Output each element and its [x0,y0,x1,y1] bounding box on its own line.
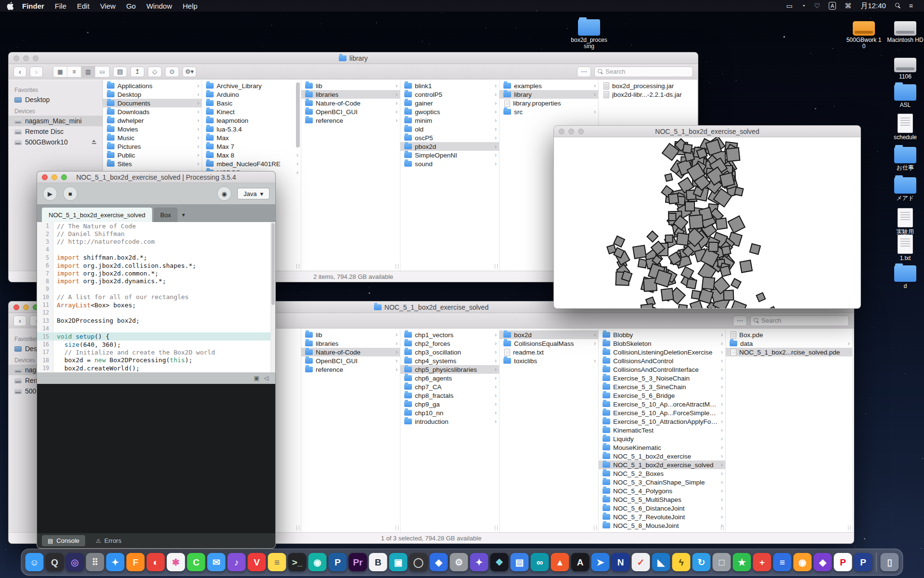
code-line-18[interactable]: 18 box2d = new Box2DProcessing(this); [37,356,275,364]
dock-icon-dark-a-app[interactable]: A [571,553,590,571]
file-row-chp7-ca[interactable]: chp7_CA› [400,382,499,391]
dock-icon-white-b-app[interactable]: B [369,553,387,571]
menu-item-help[interactable]: Help [178,2,203,10]
code-line-13[interactable]: 13Box2DProcessing box2d; [37,317,275,325]
dock-icon-red-v-app[interactable]: V [248,553,266,571]
mode-selector[interactable]: Java ▾ [237,188,270,199]
dock-icon-green-chat-app[interactable]: C [187,553,205,571]
file-row-basic[interactable]: Basic› [202,99,301,107]
dock-icon-blue-arrow-app[interactable]: ➤ [591,553,610,571]
close-button[interactable] [559,129,565,134]
dock-icon-notes[interactable]: ≡ [268,553,286,571]
dock-icon-dark-disc-app[interactable]: ◯ [410,553,428,571]
file-row-libraries[interactable]: libraries› [301,339,400,348]
group-button[interactable]: ▤ [113,66,127,77]
file-row-leapmotion[interactable]: leapmotion› [202,116,301,125]
dock-icon-processing[interactable]: P [329,553,347,571]
desktop-icon-schedule[interactable]: schedule [886,114,924,141]
file-row-collisionsandcontrolinterface[interactable]: CollisionsAndControlInterface› [599,365,725,374]
code-line-10[interactable]: 10// A list for all of our rectangles [37,293,275,301]
more-button[interactable]: ⋯ [577,66,591,77]
dock-icon-orange-dot-app[interactable]: ◉ [794,553,812,571]
file-row-chp1-vectors[interactable]: chp1_vectors› [400,330,499,339]
list-view-button[interactable]: ≡ [67,66,81,77]
file-row-documents[interactable]: Documents› [103,99,202,107]
file-row-box-pde[interactable]: Box.pde [726,330,852,339]
menu-item-finder[interactable]: Finder [17,2,50,10]
input-source-icon[interactable]: A [829,2,836,10]
file-row-box2d-processing-jar[interactable]: box2d_processing.jar [599,81,697,90]
file-row-chp3-oscillation[interactable]: chp3_oscillation› [400,348,499,356]
finder1-titlebar[interactable]: library [9,53,698,64]
file-row-kinematictest[interactable]: KinematicTest› [599,426,725,434]
code-line-4[interactable]: 4 [37,246,275,253]
file-row-exercise-5-10-attractionapplyforce[interactable]: Exercise_5_10_AttractionApplyForce› [599,417,725,426]
file-row-chp10-nn[interactable]: chp10_nn› [400,408,499,417]
file-row-jbox2d-libr-2-2-1-ds-jar[interactable]: jbox2d-libr...-2.2.1-ds.jar [599,90,697,99]
close-button[interactable] [42,174,48,180]
sidebar-item-nagasm-mac-mini[interactable]: nagasm_Mac_mini [9,116,103,126]
file-row-nature-of-code[interactable]: Nature-of-Code› [301,99,400,107]
file-row-downloads[interactable]: Downloads› [103,107,202,116]
sidebar-item-500gbwork10[interactable]: 500GBwork10 [9,137,103,147]
file-row-simpleopenni[interactable]: SimpleOpenNI› [400,151,499,159]
menu-item-go[interactable]: Go [121,2,141,10]
dock-icon-dark-q-app[interactable]: Q [46,553,64,571]
file-row-kinect[interactable]: Kinect› [202,107,301,116]
icon-view-button[interactable]: ▦ [53,66,67,77]
dock-icon-siri[interactable]: ◎ [66,553,84,571]
dock-icon-arduino[interactable]: ∞ [531,553,549,571]
dock-icon-system-preferences[interactable]: ⚙ [450,553,468,571]
desktop-icon-1106[interactable]: 1106 [886,56,924,80]
dock-icon-max8[interactable]: ❖ [490,553,509,571]
menu-item-file[interactable]: File [50,2,72,10]
dock-icon-vscode[interactable]: ◣ [652,553,670,571]
column-view-button[interactable]: ▥ [81,66,95,77]
file-row-reference[interactable]: reference› [301,116,400,125]
code-line-19[interactable]: 19 box2d.createWorld(); [37,364,275,372]
stop-button[interactable]: ■ [63,186,77,201]
file-row-max[interactable]: Max› [202,133,301,142]
file-row-noc-5-2-boxes[interactable]: NOC_5_2_Boxes› [599,469,725,478]
file-row-pbox2d[interactable]: pbox2d› [400,142,499,151]
sketch-titlebar[interactable]: NOC_5_1_box2d_exercise_solved [554,126,860,137]
code-line-11[interactable]: 11ArrayList<Box> boxes; [37,301,275,309]
command-icon[interactable]: ⌘ [840,2,856,10]
apple-menu[interactable] [7,2,14,10]
minimize-button[interactable] [23,55,29,61]
menubar-clock[interactable]: 月12:40 [856,1,891,11]
menu-item-view[interactable]: View [95,2,121,10]
tab-main-sketch[interactable]: NOC_5_1_box2d_exercise_solved [42,208,152,222]
file-row-sound[interactable]: sound› [400,159,499,168]
dock-icon-firefox[interactable]: F [127,553,145,571]
dock-icon-photos[interactable]: ✱ [167,553,185,571]
dock-icon-blue-doc-app[interactable]: ▤ [511,553,529,571]
code-line-12[interactable]: 12 [37,309,275,316]
code-line-15[interactable]: 15void setup() { [37,332,275,340]
share-button[interactable]: ↥ [130,66,144,77]
desktop-icon-d[interactable]: d [886,265,924,289]
code-line-17[interactable]: 17 // Initialize and create the Box2D wo… [37,348,275,356]
file-row-pictures[interactable]: Pictures› [103,142,202,151]
file-row-minim[interactable]: minim› [400,116,499,125]
desktop-icon-item[interactable]: メアド [886,177,924,201]
search-field[interactable]: Search [594,66,693,77]
file-row-gwoptics[interactable]: gwoptics› [400,107,499,116]
zoom-button[interactable] [578,129,584,134]
file-row-applications[interactable]: Applications› [103,81,202,90]
dock-icon-teal-circle-app[interactable]: ◉ [308,553,327,571]
file-row-src[interactable]: src› [500,107,598,116]
back-button[interactable]: ‹ [13,315,26,326]
dock-icon-yellow-bolt-app[interactable]: ϟ [672,553,691,571]
file-row-lua-5-3-4[interactable]: lua-5.3.4› [202,125,301,133]
dock-icon-purple-star-app[interactable]: ✦ [470,553,488,571]
code-line-9[interactable]: 9 [37,285,275,293]
column-scrollbar[interactable] [296,82,300,147]
file-row-old[interactable]: old› [400,125,499,133]
processing-titlebar[interactable]: NOC_5_1_box2d_exercise_solved | Processi… [37,171,275,183]
forward-button[interactable]: › [30,66,43,77]
dock-icon-red-plus-app[interactable]: + [753,553,771,571]
dock-icon-orange-triangle-app[interactable]: ▲ [551,553,569,571]
code-editor[interactable]: 1// The Nature of Code2// Daniel Shiffma… [37,222,275,372]
dock-icon-purple-media-app[interactable]: ♪ [228,553,246,571]
